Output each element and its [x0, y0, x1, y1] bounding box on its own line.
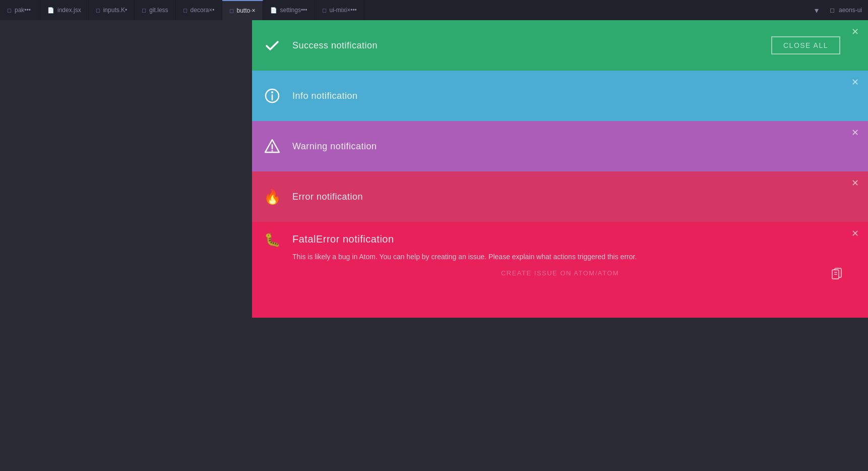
left-sidebar — [0, 20, 252, 471]
tab-git[interactable]: ◻ git.less — [135, 0, 175, 20]
fatal-notification-title: FatalError notification — [292, 233, 868, 245]
main-area: 📁 assets ◻ buttons.less ◻ decorations.le… — [0, 20, 868, 471]
error-notification-title: Error notification — [292, 192, 868, 202]
tab-settings[interactable]: 📄 settings••• — [263, 0, 315, 20]
fatal-notification-body: This is likely a bug in Atom. You can he… — [252, 252, 667, 262]
create-issue-button[interactable]: CREATE ISSUE ON ATOM/ATOM — [501, 269, 619, 277]
warning-notification: Warning notification ✕ — [252, 121, 868, 171]
fatal-notification: ✕ 🐛 FatalError notification This is like… — [252, 222, 868, 318]
warning-close-button[interactable]: ✕ — [851, 128, 859, 137]
tab-file-icon: ◻ — [183, 7, 188, 14]
tab-file-icon: ◻ — [7, 7, 12, 14]
tab-pak[interactable]: ◻ pak••• — [0, 0, 40, 20]
success-icon — [252, 37, 292, 53]
fatal-actions: CREATE ISSUE ON ATOM/ATOM — [252, 269, 868, 277]
tab-bar: ◻ pak••• 📄 index.jsx ◻ inputs.K• ◻ git.l… — [0, 0, 868, 20]
close-all-button[interactable]: CLOSE ALL — [771, 36, 840, 54]
project-icon: ◻ — [830, 7, 835, 14]
tab-spacer — [364, 0, 810, 20]
chevron-down-icon: ▾ — [815, 6, 819, 15]
fatal-close-button[interactable]: ✕ — [851, 229, 859, 238]
right-panel: 📁 assets ◻ buttons.less ◻ decorations.le… — [252, 20, 868, 471]
error-close-button[interactable]: ✕ — [851, 179, 859, 188]
info-close-button[interactable]: ✕ — [851, 78, 859, 87]
success-notification: Success notification CLOSE ALL ✕ — [252, 20, 868, 71]
tab-file-icon: ◻ — [96, 7, 100, 14]
tab-file-icon: 📄 — [270, 7, 277, 14]
tab-ui-mixi[interactable]: ◻ ui-mixi×••• — [315, 0, 364, 20]
info-notification-title: Info notification — [292, 91, 868, 101]
fatal-bug-icon: 🐛 — [252, 231, 292, 248]
tab-index[interactable]: 📄 index.jsx — [40, 0, 89, 20]
warning-notification-title: Warning notification — [292, 141, 868, 152]
tab-file-icon: ◻ — [322, 7, 327, 14]
warning-icon — [252, 138, 292, 154]
fatal-header: 🐛 FatalError notification — [252, 222, 868, 252]
tab-file-icon: 📄 — [47, 7, 54, 14]
tab-butto[interactable]: ◻ butto·× — [222, 0, 263, 20]
error-icon: 🔥 — [252, 189, 292, 205]
info-notification: Info notification ✕ — [252, 71, 868, 121]
project-panel-header: ◻ aeons-ui — [824, 0, 868, 20]
tab-file-icon: ◻ — [142, 7, 146, 14]
success-close-button[interactable]: ✕ — [851, 27, 859, 36]
error-notification: 🔥 Error notification ✕ — [252, 171, 868, 222]
tab-inputs[interactable]: ◻ inputs.K• — [89, 0, 135, 20]
clipboard-icon[interactable] — [831, 267, 843, 282]
tab-decora[interactable]: ◻ decora×• — [176, 0, 222, 20]
svg-point-2 — [271, 91, 273, 93]
notifications-container: Success notification CLOSE ALL ✕ Info no… — [252, 20, 868, 318]
tab-overflow-dropdown[interactable]: ▾ — [810, 0, 824, 20]
tab-file-icon: ◻ — [229, 8, 234, 14]
info-icon — [252, 88, 292, 104]
svg-point-5 — [272, 150, 273, 152]
